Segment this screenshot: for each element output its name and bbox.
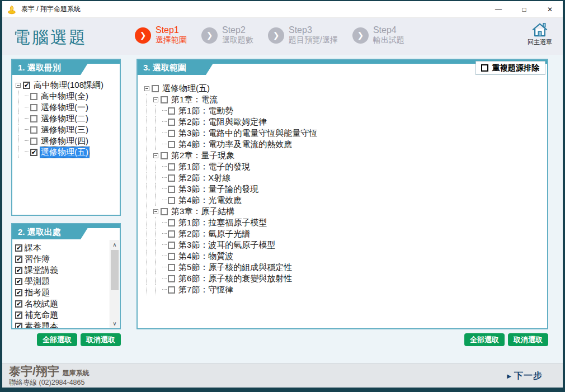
tree-item[interactable]: 第6節：原子核的衰變與放射性 (144, 273, 547, 284)
tree-item[interactable]: 高中物理(全) (16, 91, 120, 102)
source-item[interactable]: ✔補充命題 (15, 309, 120, 320)
tree-label[interactable]: 第4節：電功率及電流的熱效應 (177, 139, 293, 150)
tree-label[interactable]: 第2節：氫原子光譜 (177, 228, 251, 240)
tree-checkbox[interactable] (168, 253, 175, 260)
source-checkbox[interactable]: ✔ (15, 278, 22, 285)
tree-checkbox[interactable] (168, 264, 175, 271)
scrollbar[interactable]: ∧ ∨ (110, 240, 119, 328)
scrollbar-thumb[interactable] (111, 250, 119, 290)
tree-checkbox[interactable] (168, 186, 175, 193)
tree-checkbox[interactable]: ✔ (30, 149, 37, 156)
tree-label[interactable]: 第2節：X射線 (177, 172, 232, 184)
source-label[interactable]: 指考題 (25, 287, 50, 298)
tree-label[interactable]: 第3節：量子論的發現 (177, 183, 260, 195)
tree-item[interactable]: 選修物理(二) (16, 113, 120, 124)
volume-select-all-button[interactable]: 全部選取 (37, 333, 77, 346)
tree-checkbox[interactable] (168, 230, 175, 238)
tree-label[interactable]: 選修物理(一) (40, 102, 90, 114)
collapse-toggle-icon[interactable] (153, 153, 158, 158)
tree-label[interactable]: 第4節：物質波 (177, 251, 234, 262)
tree-item[interactable]: 選修物理(一) (16, 102, 120, 113)
tree-checkbox[interactable] (30, 104, 37, 111)
source-label[interactable]: 課本 (25, 243, 41, 253)
source-checkbox[interactable]: ✔ (15, 311, 22, 319)
source-item[interactable]: ✔名校試題 (15, 298, 120, 309)
step-step3[interactable]: ❯Step3題目預覽/選擇 (268, 25, 338, 45)
tree-label[interactable]: 高中物理(108課綱) (32, 79, 105, 91)
tree-checkbox[interactable] (161, 208, 168, 215)
tree-item[interactable]: 選修物理(五) (144, 83, 547, 94)
tree-item[interactable]: 選修物理(三) (16, 124, 120, 135)
source-item[interactable]: ✔學測題 (15, 276, 120, 287)
next-step-button[interactable]: ▶ 下一步 (507, 370, 543, 382)
tree-item[interactable]: 第5節：原子核的組成與穩定性 (144, 262, 547, 273)
tree-label[interactable]: 第6節：原子核的衰變與放射性 (177, 273, 293, 285)
source-item[interactable]: ✔課堂講義 (15, 265, 120, 276)
scope-select-all-button[interactable]: 全部選取 (464, 333, 505, 346)
tree-label[interactable]: 第3節：波耳的氫原子模型 (177, 239, 276, 251)
collapse-toggle-icon[interactable] (16, 83, 21, 88)
home-button[interactable]: 回主選單 (524, 22, 556, 46)
tree-item[interactable]: 第2節：氫原子光譜 (144, 228, 547, 239)
scope-deselect-button[interactable]: 取消選取 (508, 333, 548, 346)
tree-checkbox[interactable] (168, 242, 175, 249)
tree-label[interactable]: 選修物理(五) (161, 83, 211, 95)
tree-checkbox[interactable] (168, 163, 175, 171)
source-item[interactable]: ✔素養題本 (15, 320, 120, 328)
tree-item[interactable]: 第2節：X射線 (144, 172, 547, 183)
source-label[interactable]: 課堂講義 (25, 265, 58, 276)
tree-item[interactable]: 選修物理(四) (16, 135, 120, 147)
scroll-up-icon[interactable]: ∧ (110, 240, 119, 249)
tree-item[interactable]: ✔高中物理(108課綱) (16, 79, 120, 91)
tree-item[interactable]: 第2章：量子現象 (144, 150, 547, 161)
source-item[interactable]: ✔習作簿 (15, 253, 120, 265)
dedupe-option[interactable]: 重複題源排除 (475, 61, 545, 75)
source-checkbox[interactable]: ✔ (15, 300, 22, 308)
tree-item[interactable]: 第2節：電阻與歐姆定律 (144, 116, 547, 127)
collapse-toggle-icon[interactable] (153, 209, 158, 214)
tree-checkbox[interactable] (168, 286, 175, 294)
source-checkbox[interactable]: ✔ (15, 267, 22, 274)
tree-checkbox[interactable] (30, 138, 37, 145)
close-button[interactable]: ✕ (537, 1, 563, 17)
tree-item[interactable]: 第4節：光電效應 (144, 195, 547, 206)
source-checkbox[interactable]: ✔ (15, 244, 22, 252)
source-label[interactable]: 學測題 (25, 276, 50, 287)
tree-checkbox[interactable] (161, 96, 168, 103)
scroll-down-icon[interactable]: ∨ (110, 319, 119, 328)
tree-label[interactable]: 第7節：守恆律 (177, 284, 234, 296)
tree-checkbox[interactable] (30, 93, 37, 100)
tree-label[interactable]: 第3章：原子結構 (170, 206, 236, 218)
source-label[interactable]: 習作簿 (25, 254, 50, 265)
tree-item[interactable]: 第1節：電動勢 (144, 105, 547, 116)
tree-checkbox[interactable] (152, 85, 159, 92)
source-checkbox[interactable]: ✔ (15, 289, 22, 296)
tree-label[interactable]: 選修物理(五) (40, 147, 90, 158)
collapse-toggle-icon[interactable] (144, 86, 149, 91)
tree-label[interactable]: 第5節：原子核的組成與穩定性 (177, 262, 293, 273)
tree-label[interactable]: 第2章：量子現象 (170, 150, 236, 162)
maximize-button[interactable]: □ (511, 1, 537, 17)
tree-checkbox[interactable] (30, 126, 37, 134)
tree-label[interactable]: 第4節：光電效應 (177, 195, 243, 206)
tree-checkbox[interactable] (168, 107, 175, 115)
source-label[interactable]: 名校試題 (25, 299, 58, 309)
source-item[interactable]: ✔課本 (15, 242, 120, 253)
tree-item[interactable]: 第1節：電子的發現 (144, 161, 547, 172)
volume-deselect-button[interactable]: 取消選取 (81, 333, 121, 346)
tree-checkbox[interactable] (168, 219, 175, 226)
tree-item[interactable]: 第3節：電路中的電量守恆與能量守恆 (144, 127, 547, 139)
tree-label[interactable]: 選修物理(二) (40, 113, 90, 125)
tree-label[interactable]: 第1節：電動勢 (177, 105, 234, 117)
tree-item[interactable]: 第7節：守恆律 (144, 284, 547, 295)
tree-item[interactable]: 第4節：電功率及電流的熱效應 (144, 139, 547, 150)
tree-label[interactable]: 第1章：電流 (170, 94, 219, 106)
source-label[interactable]: 素養題本 (25, 321, 58, 329)
tree-label[interactable]: 選修物理(三) (40, 124, 90, 136)
tree-item[interactable]: 第1章：電流 (144, 94, 547, 105)
tree-checkbox[interactable] (168, 275, 175, 282)
source-checkbox[interactable]: ✔ (15, 323, 22, 329)
tree-checkbox[interactable] (168, 174, 175, 182)
step-step2[interactable]: ❯Step2選取題數 (201, 25, 253, 45)
collapse-toggle-icon[interactable] (153, 97, 158, 102)
